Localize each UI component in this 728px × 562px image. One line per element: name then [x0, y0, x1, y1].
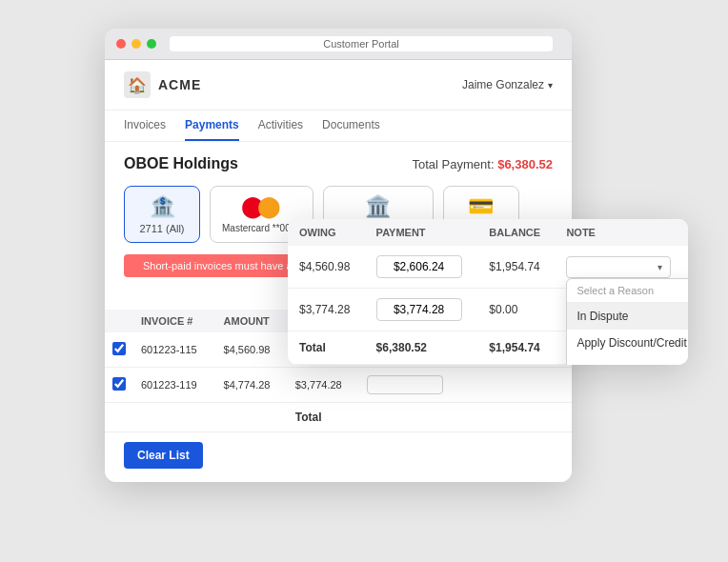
popup-total-label: Total	[288, 331, 365, 365]
popup-row1-payment[interactable]	[376, 255, 462, 278]
nav-activities[interactable]: Activities	[258, 110, 303, 141]
dropdown-menu-header: Select a Reason	[567, 279, 688, 303]
table-total-row: Total	[105, 403, 572, 432]
dropdown-arrow-icon: ▾	[657, 262, 662, 272]
popup-table: OWING PAYMENT BALANCE NOTE $4,560.98 $1,…	[288, 219, 688, 365]
dropdown-menu: Select a Reason In Dispute Apply Discoun…	[566, 278, 688, 366]
popup-col-owing: OWING	[288, 219, 365, 246]
user-chevron-icon: ▾	[548, 80, 553, 90]
company-name: OBOE Holdings	[124, 155, 238, 172]
total-payment-input	[359, 403, 465, 432]
col-header-invoice: INVOICE #	[133, 310, 216, 332]
total-label: Total	[288, 403, 359, 432]
company-header: OBOE Holdings Total Payment: $6,380.52	[105, 142, 572, 186]
clear-list-button[interactable]: Clear List	[124, 442, 203, 469]
mastercard-icon: ⬤⬤	[241, 194, 281, 219]
close-dot[interactable]	[116, 39, 126, 49]
add-bank-icon: 🏛️	[365, 194, 391, 219]
home-icon: 🏠	[124, 71, 151, 98]
popup-row1-owing: $4,560.98	[288, 246, 365, 289]
row1-checkbox[interactable]	[112, 342, 126, 355]
portal-header: 🏠 ACME Jaime Gonzalez ▾	[105, 60, 572, 110]
nav-invoices[interactable]: Invoices	[124, 110, 166, 141]
row2-payment-input[interactable]	[367, 375, 443, 394]
popup-row1-balance: $1,954.74	[477, 246, 555, 289]
popup-row2-payment[interactable]	[376, 298, 462, 321]
popup-col-payment: PAYMENT	[365, 219, 478, 246]
add-card-icon: 💳	[468, 194, 494, 219]
company-logo-text: ACME	[158, 77, 201, 92]
table-row: 601223-119 $4,774.28 $3,774.28	[105, 368, 572, 403]
dropdown-item-apply-discount[interactable]: Apply Discount/Credit	[567, 330, 688, 356]
popup-total-payment: $6,380.52	[365, 331, 478, 365]
popup-row1: $4,560.98 $1,954.74 ▾	[288, 246, 688, 289]
dropdown-popup: OWING PAYMENT BALANCE NOTE $4,560.98 $1,…	[288, 219, 688, 365]
total-note	[520, 403, 572, 432]
portal-nav: Invoices Payments Activities Documents	[105, 110, 572, 142]
nav-payments[interactable]: Payments	[185, 110, 239, 141]
payment-method-2711-label: 2711 (All)	[139, 223, 184, 234]
note-dropdown-btn[interactable]: ▾	[566, 256, 671, 278]
dropdown-item-partial-payment[interactable]: Partial Payment	[567, 356, 688, 366]
row2-owing: $3,774.28	[288, 368, 359, 403]
nav-documents[interactable]: Documents	[322, 110, 380, 141]
col-header-checkbox	[105, 310, 133, 332]
col-header-amount: AMOUNT	[216, 310, 288, 332]
user-name: Jaime Gonzalez	[462, 78, 544, 91]
logo-area: 🏠 ACME	[124, 71, 201, 98]
dropdown-item-in-dispute[interactable]: In Dispute	[567, 303, 688, 330]
row1-invoice: 601223-115	[133, 332, 216, 368]
payment-method-2711[interactable]: 🏦 2711 (All)	[124, 186, 200, 243]
row2-amount: $4,774.28	[216, 368, 288, 403]
browser-titlebar: Customer Portal	[105, 29, 572, 60]
row2-checkbox[interactable]	[112, 377, 126, 391]
total-payment-amount: $6,380.52	[497, 157, 553, 171]
minimize-dot[interactable]	[131, 39, 141, 49]
row1-amount: $4,560.98	[216, 332, 288, 368]
total-payment-label: Total Payment: $6,380.52	[413, 157, 553, 171]
total-balance	[465, 403, 520, 432]
row2-balance	[465, 368, 520, 403]
row2-invoice: 601223-119	[133, 368, 216, 403]
popup-col-balance: BALANCE	[477, 219, 555, 246]
url-bar[interactable]: Customer Portal	[170, 36, 553, 51]
note-dropdown-container: ▾ Select a Reason In Dispute Apply Disco…	[566, 256, 671, 278]
popup-row2-balance: $0.00	[477, 289, 555, 331]
popup-total-balance: $1,954.74	[477, 331, 555, 365]
popup-row2-owing: $3,774.28	[288, 289, 365, 331]
popup-col-note: NOTE	[555, 219, 688, 246]
row2-note	[520, 368, 572, 403]
bank-icon: 🏦	[150, 194, 175, 219]
maximize-dot[interactable]	[147, 39, 156, 49]
user-menu[interactable]: Jaime Gonzalez ▾	[462, 78, 553, 91]
